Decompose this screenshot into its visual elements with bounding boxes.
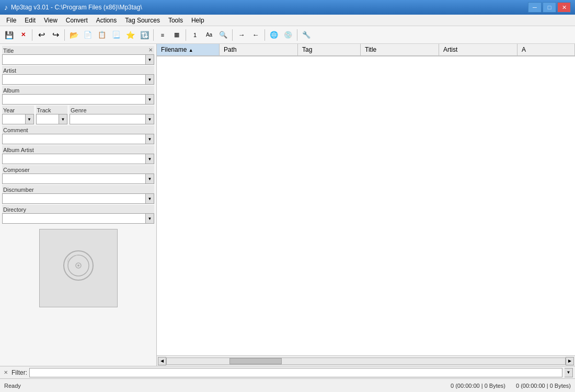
columns-button[interactable]: ≡ (156, 28, 169, 42)
track-field-group: Track ▼ (36, 106, 68, 124)
filter-close-button[interactable]: ✕ (2, 369, 9, 376)
track-input[interactable] (36, 114, 60, 124)
hscrollbar-thumb[interactable] (229, 358, 282, 364)
col-header-artist[interactable]: Artist (439, 44, 518, 55)
menu-item-file[interactable]: File (2, 15, 20, 26)
year-dropdown[interactable]: ▼ (26, 114, 34, 124)
hscroll-right-button[interactable]: ▶ (566, 357, 574, 365)
composer-dropdown[interactable]: ▼ (146, 174, 154, 184)
settings-button[interactable]: 🔧 (300, 28, 313, 42)
autonumber-button[interactable]: 1 (188, 28, 202, 42)
redo-button[interactable]: ↪ (49, 28, 62, 42)
col-header-title[interactable]: Title (361, 44, 439, 55)
status-right: 0 (00:00:00 | 0 Bytes) 0 (00:00:00 | 0 B… (451, 383, 571, 389)
titlebar-controls: ─ □ ✕ (528, 2, 571, 13)
artist-dropdown[interactable]: ▼ (146, 74, 154, 85)
toolbar-separator-6 (264, 29, 265, 41)
import-button[interactable]: ← (249, 28, 262, 42)
hscroll-left-button[interactable]: ◀ (158, 357, 166, 365)
comment-field-group: Comment ▼ (2, 125, 154, 144)
open-folder-button[interactable]: 📂 (67, 28, 80, 42)
title-label: Title (2, 46, 154, 54)
directory-label: Directory (2, 205, 154, 213)
discnumber-field-group: Discnumber ▼ (2, 185, 154, 204)
col-header-path[interactable]: Path (220, 44, 298, 55)
menu-item-view[interactable]: View (40, 15, 62, 26)
composer-input-wrap: ▼ (2, 174, 154, 184)
year-field-group: Year ▼ (2, 106, 34, 124)
track-dropdown[interactable]: ▼ (59, 114, 67, 124)
maximize-button[interactable]: □ (543, 2, 556, 13)
discnumber-input[interactable] (2, 193, 146, 204)
close-panel-button[interactable]: ✕ (147, 46, 154, 53)
album-artist-input-wrap: ▼ (2, 154, 154, 164)
undo-button[interactable]: ↩ (34, 28, 48, 42)
album-artist-dropdown[interactable]: ▼ (146, 154, 154, 164)
col-header-tag[interactable]: Tag (298, 44, 361, 55)
album-input-wrap: ▼ (2, 94, 154, 105)
discnumber-dropdown[interactable]: ▼ (146, 193, 154, 204)
title-field-group: Title ▼ (2, 46, 154, 65)
close-button[interactable]: ✕ (557, 2, 571, 13)
open-playlist-button[interactable]: 📃 (109, 28, 123, 42)
open-file-button[interactable]: 📄 (81, 28, 95, 42)
filter-toggle-button[interactable]: ▦ (170, 28, 183, 42)
statusbar: Ready 0 (00:00:00 | 0 Bytes) 0 (00:00:00… (0, 378, 575, 392)
save-button[interactable]: 💾 (2, 28, 16, 42)
export-button[interactable]: → (235, 28, 248, 42)
cover-art[interactable] (39, 229, 118, 307)
directory-dropdown[interactable]: ▼ (146, 213, 154, 224)
menu-item-actions[interactable]: Actions (92, 15, 121, 26)
menu-item-help[interactable]: Help (187, 15, 209, 26)
comment-input[interactable] (2, 134, 146, 144)
freedb-button[interactable]: 🌐 (267, 28, 281, 42)
hscroll-area: ◀ ▶ (157, 355, 575, 366)
refresh-button[interactable]: 🔃 (137, 28, 151, 42)
titlebar: ♪ Mp3tag v3.01 - C:\Program Files (x86)\… (0, 0, 575, 15)
album-artist-input[interactable] (2, 154, 146, 164)
menu-item-edit[interactable]: Edit (20, 15, 40, 26)
album-label: Album (2, 86, 154, 94)
album-artist-label: Album Artist (2, 145, 154, 154)
album-dropdown[interactable]: ▼ (146, 94, 154, 105)
title-input[interactable] (2, 54, 146, 65)
toolbar-separator-3 (153, 29, 154, 41)
menu-item-tools[interactable]: Tools (164, 15, 187, 26)
directory-field-group: Directory C:\Program Files (x86)\Mp3tag\… (2, 205, 154, 224)
tag-src-button[interactable]: 🔍 (216, 28, 230, 42)
artist-input[interactable] (2, 74, 146, 85)
status-stats2: 0 (00:00:00 | 0 Bytes) (516, 383, 571, 389)
discogs-button[interactable]: 💿 (281, 28, 295, 42)
hscrollbar[interactable] (166, 358, 566, 365)
year-input[interactable] (2, 114, 26, 124)
menu-item-tag-sources[interactable]: Tag Sources (121, 15, 164, 26)
toolbar-separator-5 (232, 29, 233, 41)
composer-label: Composer (2, 165, 154, 174)
year-track-genre-row: Year ▼ Track ▼ Genre ▼ (2, 106, 154, 124)
album-field-group: Album ▼ (2, 86, 154, 105)
filter-input[interactable] (29, 368, 562, 377)
favorites-button[interactable]: ⭐ (123, 28, 137, 42)
menu-item-convert[interactable]: Convert (62, 15, 92, 26)
open-files-button[interactable]: 📋 (95, 28, 109, 42)
composer-input[interactable] (2, 174, 146, 184)
artist-label: Artist (2, 66, 154, 74)
minimize-button[interactable]: ─ (528, 2, 542, 13)
title-dropdown[interactable]: ▼ (146, 54, 154, 65)
file-list-body (157, 56, 575, 355)
discnumber-label: Discnumber (2, 185, 154, 193)
titlebar-title: Mp3tag v3.01 - C:\Program Files (x86)\Mp… (11, 4, 142, 11)
remove-tag-button[interactable]: ✕ (16, 28, 30, 42)
genre-dropdown[interactable]: ▼ (146, 114, 154, 124)
comment-input-wrap: ▼ (2, 134, 154, 144)
toolbar-separator-1 (32, 29, 32, 41)
comment-dropdown[interactable]: ▼ (146, 134, 154, 144)
col-header-rest[interactable]: A (518, 44, 575, 55)
directory-input[interactable]: C:\Program Files (x86)\Mp3tag\ (2, 213, 146, 224)
genre-input[interactable] (70, 114, 146, 124)
album-input[interactable] (2, 94, 146, 105)
case-button[interactable]: Aa (202, 28, 216, 42)
filter-dropdown-button[interactable]: ▼ (565, 368, 573, 377)
menubar: FileEditViewConvertActionsTag SourcesToo… (0, 15, 575, 26)
col-header-filename[interactable]: Filename ▲ (157, 44, 220, 55)
